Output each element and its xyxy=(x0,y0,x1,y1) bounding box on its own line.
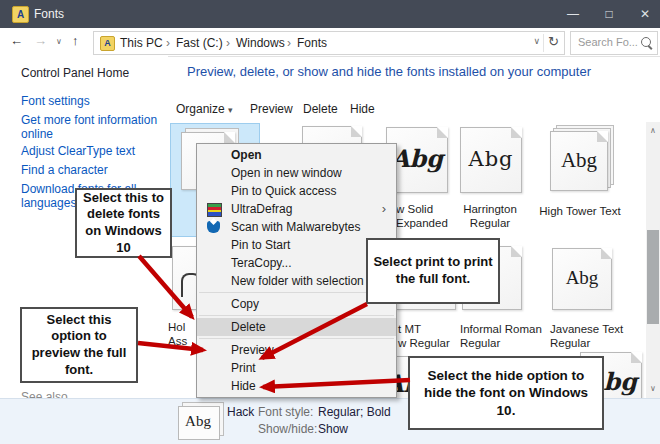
sidebar-find-character[interactable]: Find a character xyxy=(21,163,163,177)
forward-icon[interactable]: → xyxy=(34,33,47,48)
status-style-label: Font style: xyxy=(258,405,313,419)
menu-item-preview[interactable]: Preview xyxy=(197,341,396,359)
selected-font-icon: Abg xyxy=(178,406,220,440)
scroll-up-icon[interactable]: ∧ xyxy=(646,126,660,135)
recent-dropdown-icon[interactable]: ∨ xyxy=(56,37,62,46)
breadcrumb-separator-icon: › xyxy=(287,36,291,50)
back-icon[interactable]: ← xyxy=(10,33,23,48)
font-glyph: Abg xyxy=(461,147,521,171)
minimize-button[interactable]: — xyxy=(556,0,590,28)
font-label-javanese[interactable]: Javanese TextRegular xyxy=(550,322,623,350)
search-input[interactable]: Search Fo... xyxy=(570,31,658,55)
menu-separator xyxy=(199,315,394,316)
breadcrumb-fast-c[interactable]: Fast (C:) xyxy=(176,36,223,50)
font-glyph: Abg xyxy=(551,148,607,173)
menu-separator xyxy=(199,292,394,293)
up-icon[interactable]: ↑ xyxy=(72,33,79,48)
font-label-harrington[interactable]: HarringtonRegular xyxy=(454,202,526,230)
status-showhide-label: Show/hide: xyxy=(258,422,317,436)
breadcrumb-this-pc[interactable]: This PC xyxy=(120,36,163,50)
font-label[interactable]: w SolidExpanded xyxy=(396,202,448,230)
menu-item-ultradefrag[interactable]: UltraDefrag › xyxy=(197,200,396,218)
ultradefrag-icon xyxy=(207,203,222,217)
breadcrumb-separator-icon: › xyxy=(226,36,230,50)
fonts-folder-icon: A xyxy=(100,36,115,51)
menu-item-delete[interactable]: Delete xyxy=(197,318,396,336)
delete-button[interactable]: Delete xyxy=(303,102,338,116)
titlebar: A Fonts — □ ✕ xyxy=(0,0,660,28)
window-title: Fonts xyxy=(34,7,64,21)
font-label-fragment[interactable]: t MTw Regular xyxy=(398,322,450,350)
close-button[interactable]: ✕ xyxy=(628,0,660,28)
sidebar-adjust-cleartype[interactable]: Adjust ClearType text xyxy=(21,144,163,158)
callout-preview: Select this option to preview the full f… xyxy=(20,307,138,383)
scroll-down-icon[interactable]: ∨ xyxy=(646,384,660,393)
breadcrumb-windows[interactable]: Windows xyxy=(236,36,285,50)
menu-item-hide[interactable]: Hide xyxy=(197,377,396,395)
callout-hide: Select the hide option to hide the font … xyxy=(408,356,604,430)
malwarebytes-icon xyxy=(207,221,220,233)
menu-item-print[interactable]: Print xyxy=(197,359,396,377)
font-tile-high-tower[interactable]: Abg xyxy=(546,123,614,193)
sidebar-get-more-font-info[interactable]: Get more font information online xyxy=(21,113,163,141)
address-bar: ← → ∨ ↑ A This PC › Fast (C:) › Windows … xyxy=(0,28,660,57)
menu-separator xyxy=(199,338,394,339)
sidebar-font-settings[interactable]: Font settings xyxy=(21,94,163,108)
callout-delete: Select this to delete fonts on Windows 1… xyxy=(75,188,172,258)
search-icon[interactable] xyxy=(641,37,651,47)
preview-button[interactable]: Preview xyxy=(250,102,293,116)
font-glyph: Abg xyxy=(553,267,611,289)
status-showhide-value: Show xyxy=(318,422,348,436)
address-dropdown-icon[interactable]: ∨ xyxy=(533,36,540,46)
divider xyxy=(543,34,544,52)
organize-button[interactable]: Organize ▾ xyxy=(176,102,233,116)
scroll-thumb[interactable] xyxy=(647,230,659,324)
font-label-fragment[interactable]: HolAss xyxy=(168,320,187,348)
status-style-value: Regular; Bold xyxy=(318,405,391,419)
command-toolbar: Organize ▾ Preview Delete Hide ▾ ? xyxy=(168,96,660,123)
breadcrumb-fonts[interactable]: Fonts xyxy=(297,36,327,50)
status-font-name: Hack xyxy=(227,405,254,419)
menu-item-pin-quick-access[interactable]: Pin to Quick access xyxy=(197,182,396,200)
organize-caret-icon: ▾ xyxy=(228,105,233,115)
page-title: Preview, delete, or show and hide the fo… xyxy=(187,64,647,79)
callout-print: Select print to print the full font. xyxy=(366,238,500,304)
fonts-app-icon: A xyxy=(12,6,29,23)
menu-item-open[interactable]: Open xyxy=(197,146,396,164)
fonts-window: A Fonts — □ ✕ ← → ∨ ↑ A This PC › Fast (… xyxy=(0,0,660,444)
font-label-high-tower[interactable]: High Tower Text xyxy=(534,204,626,218)
submenu-arrow-icon: › xyxy=(382,200,386,218)
breadcrumb-separator-icon: › xyxy=(166,36,170,50)
scrollbar[interactable]: ∧ ∨ xyxy=(646,122,660,398)
font-label-informal-roman[interactable]: Informal RomanRegular xyxy=(460,322,542,350)
breadcrumb[interactable]: A This PC › Fast (C:) › Windows › Fonts … xyxy=(93,31,565,55)
refresh-icon[interactable]: ↻ xyxy=(548,34,559,49)
sidebar-control-panel-home[interactable]: Control Panel Home xyxy=(21,66,129,80)
menu-item-open-new-window[interactable]: Open in new window xyxy=(197,164,396,182)
menu-item-scan-malwarebytes[interactable]: Scan with Malwarebytes xyxy=(197,218,396,236)
search-placeholder: Search Fo... xyxy=(578,36,638,48)
maximize-button[interactable]: □ xyxy=(592,0,626,28)
font-tile-javanese[interactable]: Abg xyxy=(552,248,612,310)
hide-button[interactable]: Hide xyxy=(350,102,375,116)
font-tile-harrington[interactable]: Abg xyxy=(460,127,522,193)
